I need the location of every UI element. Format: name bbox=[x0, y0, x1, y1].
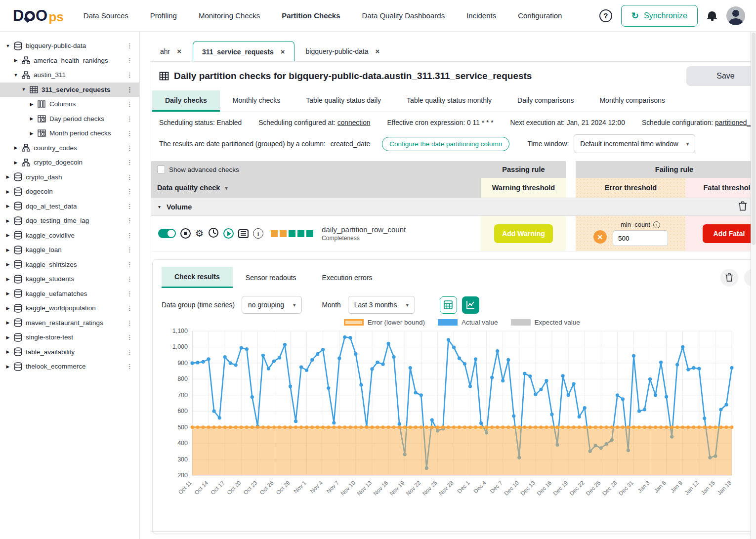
doc-tab-ahr[interactable]: ahr × bbox=[151, 41, 191, 61]
caret-right-icon[interactable]: ▶ bbox=[4, 320, 12, 325]
kebab-menu-icon[interactable]: ⋮ bbox=[125, 115, 134, 123]
info-icon[interactable]: i bbox=[653, 221, 660, 228]
caret-right-icon[interactable]: ▶ bbox=[4, 306, 12, 311]
disable-check-icon[interactable] bbox=[180, 228, 191, 239]
tree-item-table-availability[interactable]: ▶table_availability⋮ bbox=[0, 345, 139, 360]
caret-down-icon[interactable]: ▼ bbox=[20, 87, 28, 92]
remove-error-rule-icon[interactable]: ✕ bbox=[593, 230, 607, 244]
add-fatal-button[interactable]: Add Fatal bbox=[703, 224, 756, 243]
kebab-menu-icon[interactable]: ⋮ bbox=[125, 232, 134, 239]
kebab-menu-icon[interactable]: ⋮ bbox=[125, 319, 134, 327]
table-view-button[interactable] bbox=[440, 296, 457, 314]
kebab-menu-icon[interactable]: ⋮ bbox=[125, 246, 134, 253]
data-group-select[interactable]: no grouping ▾ bbox=[242, 296, 302, 314]
close-tab-icon[interactable]: × bbox=[375, 47, 379, 55]
tree-item-month-period-checks[interactable]: ▶Month period checks⋮ bbox=[0, 126, 139, 141]
close-tab-icon[interactable]: × bbox=[281, 47, 285, 56]
tab-execution-errors[interactable]: Execution errors bbox=[309, 268, 385, 288]
kebab-menu-icon[interactable]: ⋮ bbox=[125, 290, 134, 297]
month-select[interactable]: Last 3 months ▾ bbox=[348, 296, 415, 314]
tab-monthly-checks[interactable]: Monthly checks bbox=[220, 90, 293, 112]
check-enabled-toggle[interactable] bbox=[158, 229, 176, 238]
check-results-icon[interactable] bbox=[238, 229, 249, 238]
notifications-bell-icon[interactable] bbox=[707, 10, 717, 21]
tree-item-kaggle-covidlive[interactable]: ▶kaggle_covidlive⋮ bbox=[0, 228, 139, 243]
kebab-menu-icon[interactable]: ⋮ bbox=[125, 57, 134, 64]
user-avatar[interactable] bbox=[726, 6, 745, 25]
settings-gear-icon[interactable]: ⚙ bbox=[195, 229, 204, 238]
nav-item-dashboards[interactable]: Data Quality Dashboards bbox=[362, 11, 445, 20]
tree-item-dogecoin[interactable]: ▶dogecoin⋮ bbox=[0, 184, 139, 199]
tree-item-columns[interactable]: ▶Columns⋮ bbox=[0, 97, 139, 112]
kebab-menu-icon[interactable]: ⋮ bbox=[125, 275, 134, 283]
doc-tab-311-service-requests[interactable]: 311_service_requests × bbox=[193, 41, 294, 62]
caret-right-icon[interactable]: ▶ bbox=[28, 131, 36, 136]
kebab-menu-icon[interactable]: ⋮ bbox=[125, 129, 134, 137]
nav-item-configuration[interactable]: Configuration bbox=[518, 11, 562, 20]
caret-right-icon[interactable]: ▶ bbox=[12, 58, 20, 63]
caret-right-icon[interactable]: ▶ bbox=[4, 291, 12, 296]
time-window-select[interactable]: Default incremental time window ▾ bbox=[574, 134, 695, 153]
partitioned-daily-link[interactable]: partitioned_daily bbox=[715, 119, 756, 126]
tab-sensor-readouts[interactable]: Sensor readouts bbox=[233, 268, 309, 288]
tab-daily-checks[interactable]: Daily checks bbox=[152, 90, 220, 112]
connection-link[interactable]: connection bbox=[337, 119, 371, 126]
run-check-icon[interactable] bbox=[223, 228, 234, 239]
nav-item-data-sources[interactable]: Data Sources bbox=[84, 11, 128, 20]
kebab-menu-icon[interactable]: ⋮ bbox=[125, 261, 134, 268]
kebab-menu-icon[interactable]: ⋮ bbox=[125, 217, 134, 224]
kebab-menu-icon[interactable]: ⋮ bbox=[125, 173, 134, 181]
caret-right-icon[interactable]: ▶ bbox=[28, 102, 36, 107]
tree-item-kaggle-loan[interactable]: ▶kaggle_loan⋮ bbox=[0, 243, 139, 257]
tree-item-austin-311[interactable]: ▼austin_311⋮ bbox=[0, 68, 139, 83]
tree-item-country-codes[interactable]: ▶country_codes⋮ bbox=[0, 141, 139, 156]
tree-item-maven-restaurant-ratings[interactable]: ▶maven_restaurant_ratings⋮ bbox=[0, 316, 139, 331]
caret-right-icon[interactable]: ▶ bbox=[4, 349, 12, 354]
min-count-input[interactable] bbox=[613, 230, 668, 246]
close-tab-icon[interactable]: × bbox=[177, 47, 181, 55]
tree-item-crypto-dash[interactable]: ▶crypto_dash⋮ bbox=[0, 170, 139, 185]
collapse-category-icon[interactable]: ▾ bbox=[158, 204, 161, 209]
caret-right-icon[interactable]: ▶ bbox=[4, 262, 12, 267]
caret-right-icon[interactable]: ▶ bbox=[4, 218, 12, 223]
chart-view-button[interactable] bbox=[462, 296, 479, 314]
caret-right-icon[interactable]: ▶ bbox=[4, 364, 12, 369]
nav-item-partition-checks[interactable]: Partition Checks bbox=[282, 11, 340, 20]
tree-item-kaggle-uefamatches[interactable]: ▶kaggle_uefamatches⋮ bbox=[0, 287, 139, 301]
kebab-menu-icon[interactable]: ⋮ bbox=[125, 86, 134, 93]
caret-right-icon[interactable]: ▶ bbox=[12, 160, 20, 165]
kebab-menu-icon[interactable]: ⋮ bbox=[125, 203, 134, 210]
show-advanced-checkbox[interactable] bbox=[157, 166, 165, 173]
caret-right-icon[interactable]: ▶ bbox=[12, 145, 20, 150]
kebab-menu-icon[interactable]: ⋮ bbox=[125, 188, 134, 195]
tree-item-bigquery-public-data[interactable]: ▼bigquery-public-data⋮ bbox=[0, 39, 139, 53]
nav-item-monitoring-checks[interactable]: Monitoring Checks bbox=[199, 11, 260, 20]
page-scrollbar[interactable] bbox=[751, 32, 756, 539]
volume-category-row[interactable]: ▾ Volume bbox=[151, 198, 756, 216]
tab-check-results[interactable]: Check results bbox=[162, 267, 233, 288]
configure-date-partitioning-button[interactable]: Configure the date partitioning column bbox=[382, 137, 509, 151]
tab-daily-comparisons[interactable]: Daily comparisons bbox=[504, 90, 587, 112]
schedule-clock-icon[interactable] bbox=[208, 227, 219, 240]
nav-item-profiling[interactable]: Profiling bbox=[150, 11, 177, 20]
tree-item-thelook-ecommerce[interactable]: ▶thelook_ecommerce⋮ bbox=[0, 359, 139, 374]
tree-item-day-period-checks[interactable]: ▶Day period checks⋮ bbox=[0, 112, 139, 126]
tree-item-311-service-requests[interactable]: ▼311_service_requests⋮ bbox=[0, 83, 139, 97]
caret-right-icon[interactable]: ▶ bbox=[4, 277, 12, 282]
caret-right-icon[interactable]: ▶ bbox=[4, 189, 12, 194]
tab-monthly-comparisons[interactable]: Monthly comparisons bbox=[587, 90, 677, 112]
help-icon[interactable]: ? bbox=[599, 9, 612, 22]
caret-right-icon[interactable]: ▶ bbox=[4, 174, 12, 179]
kebab-menu-icon[interactable]: ⋮ bbox=[125, 348, 134, 356]
synchronize-button[interactable]: ↻ Synchronize bbox=[621, 5, 698, 27]
nav-item-incidents[interactable]: Incidents bbox=[466, 11, 496, 20]
caret-right-icon[interactable]: ▶ bbox=[28, 116, 36, 121]
caret-right-icon[interactable]: ▶ bbox=[4, 335, 12, 340]
tree-item-crypto-dogecoin[interactable]: ▶crypto_dogecoin⋮ bbox=[0, 155, 139, 170]
tree-item-single-store-test[interactable]: ▶single-store-test⋮ bbox=[0, 330, 139, 345]
kebab-menu-icon[interactable]: ⋮ bbox=[125, 363, 134, 370]
add-warning-button[interactable]: Add Warning bbox=[494, 224, 553, 243]
kebab-menu-icon[interactable]: ⋮ bbox=[125, 159, 134, 166]
kebab-menu-icon[interactable]: ⋮ bbox=[125, 71, 134, 79]
tree-item-kaggle-shirtsizes[interactable]: ▶kaggle_shirtsizes⋮ bbox=[0, 257, 139, 272]
